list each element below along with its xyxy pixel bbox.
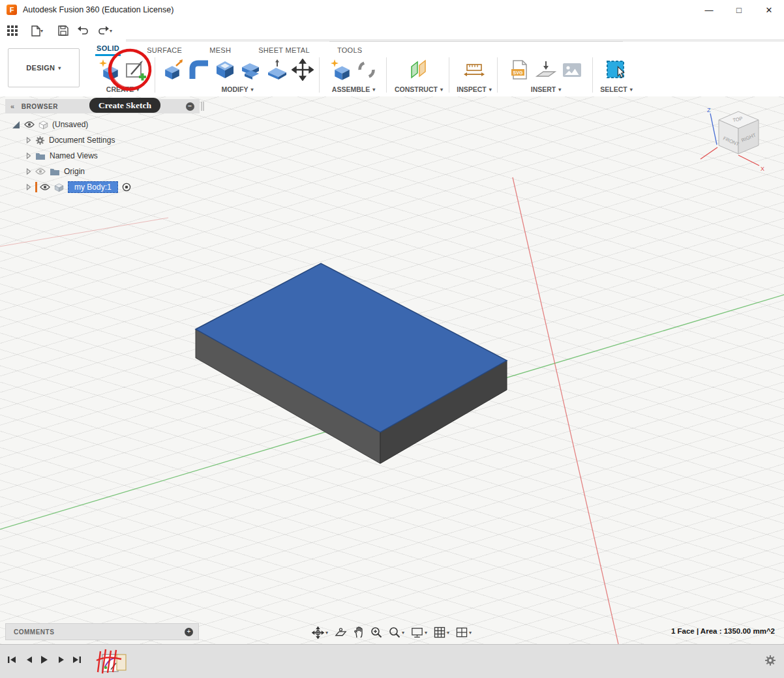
selection-marker — [35, 182, 37, 192]
timeline-bar — [0, 644, 784, 678]
skip-to-end-button[interactable] — [70, 653, 83, 666]
browser-item-named-views[interactable]: Named Views — [5, 149, 98, 163]
expand-chevron-icon[interactable] — [26, 168, 31, 175]
group-modify: MODIFY▾ — [158, 56, 317, 93]
zoom-tool[interactable] — [370, 626, 382, 638]
group-select-label[interactable]: SELECT — [600, 85, 627, 93]
browser-minus-icon[interactable]: − — [186, 102, 194, 111]
tab-tools[interactable]: TOOLS — [336, 44, 364, 56]
comments-bar[interactable]: COMMENTS + — [5, 623, 199, 640]
group-inspect-label[interactable]: INSPECT — [457, 85, 487, 93]
step-back-button[interactable] — [22, 653, 35, 666]
redo-caret-icon: ▾ — [110, 28, 112, 34]
zoom-window-icon — [389, 626, 400, 638]
minimize-button[interactable]: — — [694, 0, 724, 20]
display-settings[interactable]: ▾ — [411, 627, 427, 638]
file-menu-icon[interactable]: ▾ — [27, 24, 47, 37]
undo-icon[interactable] — [76, 24, 90, 37]
x-axis-line-far — [0, 218, 168, 246]
ribbon-separator — [592, 57, 593, 93]
eye-icon[interactable] — [40, 183, 50, 191]
skip-to-start-button[interactable] — [5, 653, 18, 666]
browser-item-label[interactable]: Document Settings — [49, 136, 115, 145]
orbit-icon — [312, 626, 324, 639]
browser-item-label[interactable]: (Unsaved) — [52, 120, 88, 129]
play-button[interactable] — [38, 653, 51, 666]
offset-face-icon[interactable] — [265, 58, 289, 81]
fusion-logo-icon: F — [7, 5, 17, 15]
group-construct-caret-icon: ▾ — [440, 87, 443, 93]
browser-item-root[interactable]: (Unsaved) — [5, 117, 88, 132]
browser-title: BROWSER — [22, 103, 58, 110]
offset-plane-icon[interactable] — [407, 58, 430, 81]
workspace-selector[interactable]: DESIGN ▾ — [8, 48, 80, 87]
workspace-caret-icon: ▾ — [58, 65, 61, 71]
joint-icon[interactable] — [355, 59, 378, 81]
browser-item-document-settings[interactable]: Document Settings — [5, 133, 115, 147]
save-icon[interactable] — [56, 24, 70, 37]
group-insert-label[interactable]: INSERT — [531, 85, 556, 93]
canvas-image-icon[interactable] — [560, 58, 584, 81]
grid-settings[interactable]: ▾ — [434, 626, 449, 638]
zoom-window-tool[interactable]: ▾ — [389, 626, 404, 638]
app-grid-icon[interactable] — [5, 24, 20, 37]
grid-settings-caret-icon[interactable]: ▾ — [447, 630, 449, 636]
browser-item-origin[interactable]: Origin — [5, 164, 85, 179]
select-icon[interactable] — [605, 58, 628, 81]
activate-radio-icon[interactable] — [122, 183, 131, 192]
group-construct-label[interactable]: CONSTRUCT — [395, 85, 438, 93]
browser-item-label-selected[interactable]: my Body:1 — [68, 181, 118, 193]
group-select: SELECT▾ — [596, 56, 637, 93]
display-settings-caret-icon[interactable]: ▾ — [425, 630, 427, 636]
step-forward-button[interactable] — [55, 653, 68, 666]
expand-chevron-icon[interactable] — [26, 153, 31, 159]
tab-sheet-metal[interactable]: SHEET METAL — [257, 44, 311, 56]
browser-item-label[interactable]: Origin — [64, 167, 85, 176]
viewports-caret-icon[interactable]: ▾ — [469, 630, 472, 636]
group-modify-label[interactable]: MODIFY — [222, 85, 249, 93]
ribbon-separator — [449, 57, 449, 93]
browser-item-body[interactable]: my Body:1 — [5, 180, 131, 194]
folder-icon — [50, 168, 60, 176]
combine-icon[interactable] — [239, 58, 263, 81]
eye-icon[interactable] — [24, 121, 35, 128]
fillet-icon[interactable] — [187, 58, 211, 81]
browser-item-label[interactable]: Named Views — [50, 151, 98, 160]
group-insert-caret-icon: ▾ — [558, 87, 561, 93]
zoom-window-caret-icon[interactable]: ▾ — [402, 630, 404, 636]
measure-icon[interactable] — [462, 58, 486, 81]
browser-resize-grip[interactable] — [201, 102, 205, 111]
close-button[interactable]: ✕ — [754, 0, 784, 20]
orbit-tool[interactable]: ▾ — [312, 626, 328, 639]
group-assemble-label[interactable]: ASSEMBLE — [332, 85, 370, 93]
model-viewport[interactable]: « BROWSER − (Unsaved) Document Settings … — [0, 96, 784, 644]
expand-chevron-icon[interactable] — [26, 137, 31, 143]
press-pull-icon[interactable] — [161, 58, 185, 81]
redo-icon[interactable]: ▾ — [95, 24, 115, 37]
svg-badge-text: SVG — [513, 70, 523, 75]
expand-chevron-icon[interactable] — [26, 184, 31, 190]
z-axis-label: Z — [707, 107, 711, 113]
tab-mesh[interactable]: MESH — [208, 44, 232, 56]
add-comment-icon[interactable]: + — [185, 628, 193, 636]
selection-status: 1 Face | Area : 1350.00 mm^2 — [671, 627, 775, 635]
body-box[interactable] — [196, 263, 507, 464]
new-component-icon[interactable] — [329, 58, 353, 81]
orbit-caret-icon[interactable]: ▾ — [325, 630, 328, 636]
shell-icon[interactable] — [213, 58, 237, 81]
eye-hidden-icon[interactable] — [35, 168, 46, 175]
pan-tool[interactable] — [354, 626, 364, 638]
decal-icon[interactable] — [534, 58, 558, 81]
insert-svg-icon[interactable]: SVG — [508, 58, 532, 81]
maximize-button[interactable]: □ — [724, 0, 754, 20]
timeline-gear-icon[interactable] — [764, 655, 776, 666]
display-settings-icon — [411, 627, 423, 638]
create-sketch-tooltip: Create Sketch — [89, 98, 160, 113]
look-at-tool[interactable] — [335, 627, 347, 638]
group-assemble-caret-icon: ▾ — [372, 87, 375, 93]
grid-icon — [434, 626, 445, 638]
view-cube[interactable]: Z X TOP FRONT RIGHT — [693, 106, 777, 184]
browser-collapse-icon[interactable]: « — [10, 102, 15, 110]
viewports[interactable]: ▾ — [456, 627, 472, 638]
move-copy-icon[interactable] — [292, 59, 314, 81]
